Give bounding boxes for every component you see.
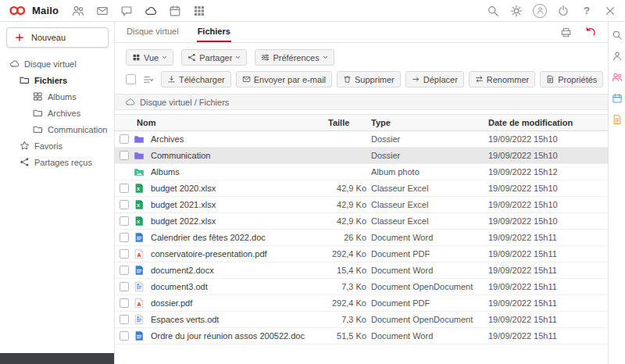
- sidebar-item-fichiers[interactable]: Fichiers: [0, 72, 114, 88]
- row-checkbox[interactable]: [120, 315, 129, 324]
- row-checkbox[interactable]: [120, 282, 129, 291]
- calendar-icon: [169, 5, 181, 17]
- file-row-budget-2022-xlsx[interactable]: budget 2022.xlsx42,9 KoClasseur Excel19/…: [115, 213, 608, 230]
- row-checkbox[interactable]: [120, 151, 129, 160]
- table-header: Nom Taille Type Date de modification: [115, 114, 608, 131]
- sidebar-item-disque-virtuel[interactable]: Disque virtuel: [0, 55, 114, 72]
- mailo-logo[interactable]: Mailo: [8, 5, 59, 16]
- sidebar-item-archives[interactable]: Archives: [0, 105, 114, 121]
- print-button[interactable]: [559, 25, 573, 39]
- sidebar-item-partages-recus[interactable]: Partages reçus: [0, 154, 114, 170]
- select-all-checkbox[interactable]: [126, 74, 136, 84]
- header-nom[interactable]: Nom: [134, 118, 324, 127]
- action-envoyer-par-e-mail-button[interactable]: Envoyer par e-mail: [236, 71, 332, 87]
- gear-icon: [510, 5, 523, 17]
- menu-preferences-button[interactable]: Préférences: [255, 49, 334, 66]
- account-avatar-button[interactable]: [533, 4, 547, 18]
- row-check-cell: [115, 216, 134, 226]
- breadcrumb-path: Disque virtuel / Fichiers: [140, 98, 229, 107]
- file-row-ordre-du-jour-reunion-assos-200522-doc[interactable]: Ordre du jour réunion assos 200522.doc51…: [115, 328, 608, 344]
- nav-contacts-button[interactable]: [71, 4, 85, 18]
- folder-outline-icon: [33, 124, 43, 134]
- file-row-espaces-verts-odt[interactable]: Espaces verts.odt7,3 KoDocument OpenDocu…: [115, 312, 608, 328]
- rail-profile-button[interactable]: [611, 50, 623, 62]
- nav-chat-button[interactable]: [120, 4, 134, 18]
- header-type[interactable]: Type: [371, 118, 488, 127]
- nav-apps-button[interactable]: [192, 4, 206, 18]
- sidebar-item-albums[interactable]: Albums: [0, 88, 114, 105]
- rail-search-button[interactable]: [611, 29, 623, 41]
- file-row-budget-2021-xlsx[interactable]: budget 2021.xlsx42,9 KoClasseur Excel19/…: [115, 197, 608, 213]
- file-row-budget-2020-xlsx[interactable]: budget 2020.xlsx42,9 KoClasseur Excel19/…: [115, 180, 608, 197]
- word-file-icon: [134, 232, 145, 243]
- rail-calendar-button[interactable]: [611, 92, 623, 105]
- rail-notes-button[interactable]: [611, 113, 623, 126]
- help-button[interactable]: ?: [580, 4, 594, 18]
- row-checkbox[interactable]: [120, 249, 129, 259]
- sidebar-item-communication[interactable]: Communication: [0, 121, 114, 137]
- topbar-right: ?: [486, 4, 617, 18]
- undo-button[interactable]: [583, 25, 597, 39]
- row-icon-cell: [134, 150, 149, 161]
- row-check-cell: [115, 249, 134, 259]
- tab-label: Fichiers: [198, 27, 230, 36]
- grid-icon: [33, 91, 43, 102]
- row-checkbox[interactable]: [120, 134, 129, 144]
- file-type: Dossier: [371, 151, 488, 160]
- file-row-document3-odt[interactable]: document3.odt7,3 KoDocument OpenDocument…: [115, 279, 608, 295]
- row-checkbox[interactable]: [120, 266, 129, 275]
- search-button[interactable]: [486, 4, 500, 18]
- close-button[interactable]: [603, 4, 617, 18]
- file-row-calendrier-des-fetes-2022-doc[interactable]: Calendrier des fêtes 2022.doc26 KoDocume…: [115, 230, 608, 246]
- menu-vue-button[interactable]: Vue: [126, 49, 173, 66]
- menu-partager-button[interactable]: Partager: [181, 49, 247, 66]
- header-date[interactable]: Date de modification: [488, 118, 608, 127]
- action-telecharger-button[interactable]: Télécharger: [161, 71, 231, 87]
- file-size: 42,9 Ko: [324, 200, 371, 209]
- row-checkbox[interactable]: [120, 298, 129, 308]
- logout-button[interactable]: [556, 4, 570, 18]
- file-row-dossier-pdf[interactable]: dossier.pdf292,4 KoDocument PDF19/09/202…: [115, 295, 608, 312]
- row-checkbox[interactable]: [120, 184, 129, 193]
- action-supprimer-button[interactable]: Supprimer: [337, 71, 401, 87]
- action-renommer-button[interactable]: Renommer: [469, 71, 535, 87]
- file-name: dossier.pdf: [149, 298, 324, 308]
- row-checkbox[interactable]: [120, 233, 129, 242]
- rail-contacts-button[interactable]: [611, 71, 623, 84]
- file-name: document3.odt: [149, 282, 324, 291]
- nav-calendar-button[interactable]: [168, 4, 182, 18]
- select-list-icon[interactable]: [143, 74, 154, 85]
- topbar-nav: [71, 4, 206, 18]
- app-shell: Nouveau Disque virtuelFichiersAlbumsArch…: [0, 22, 625, 364]
- close-icon: [604, 5, 616, 17]
- row-checkbox[interactable]: [120, 216, 129, 226]
- action-toolbar: TéléchargerEnvoyer par e-mailSupprimerDé…: [115, 70, 608, 94]
- row-check-cell: [115, 298, 134, 308]
- sidebar-item-label: Albums: [48, 92, 77, 102]
- trash-icon: [343, 75, 352, 84]
- tab-fichiers[interactable]: Fichiers: [197, 22, 231, 42]
- file-row-conservatoire-presentation-pdf[interactable]: conservatoire-presentation.pdf292,4 KoDo…: [115, 246, 608, 262]
- header-taille[interactable]: Taille: [324, 118, 371, 127]
- album-icon: [134, 166, 145, 177]
- tab-disque-virtuel[interactable]: Disque virtuel: [126, 22, 180, 42]
- action-proprietes-button[interactable]: Propriétés: [540, 71, 603, 87]
- row-checkbox[interactable]: [120, 200, 129, 209]
- breadcrumb[interactable]: Disque virtuel / Fichiers: [115, 94, 608, 110]
- row-checkbox[interactable]: [120, 331, 129, 341]
- nav-mail-button[interactable]: [95, 4, 109, 18]
- settings-button[interactable]: [509, 4, 523, 18]
- new-button[interactable]: Nouveau: [6, 27, 109, 48]
- file-row-communication[interactable]: CommunicationDossier19/09/2022 15h10: [115, 148, 608, 164]
- file-row-albums[interactable]: AlbumsAlbum photo19/09/2022 15h12: [115, 164, 608, 180]
- nav-virtual-disk-button[interactable]: [144, 4, 158, 18]
- file-row-document2-docx[interactable]: document2.docx15,4 KoDocument Word19/09/…: [115, 262, 608, 279]
- tab-actions: [559, 22, 597, 42]
- action-deplacer-button[interactable]: Déplacer: [405, 71, 464, 87]
- sidebar-item-label: Disque virtuel: [24, 59, 77, 69]
- sidebar-item-favoris[interactable]: Favoris: [0, 137, 114, 154]
- file-row-archives[interactable]: ArchivesDossier19/09/2022 15h10: [115, 131, 608, 148]
- row-check-cell: [115, 134, 134, 144]
- pdf-file-icon: [134, 298, 145, 309]
- file-size: 292,4 Ko: [324, 298, 371, 308]
